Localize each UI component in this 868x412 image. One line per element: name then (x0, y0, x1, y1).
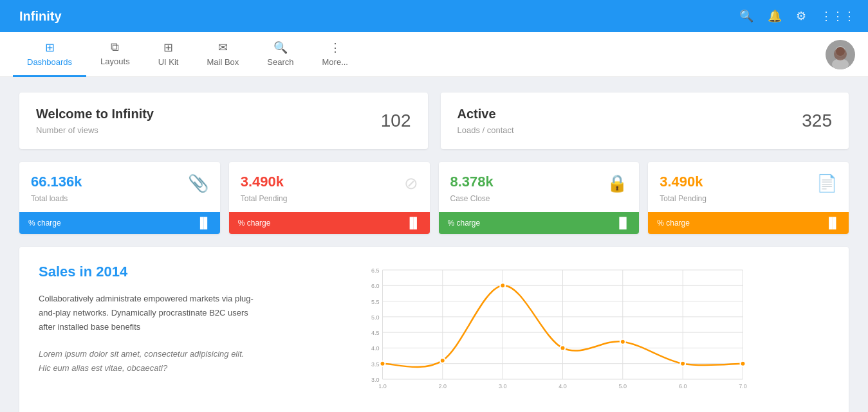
stat-card-footer-3[interactable]: % charge ▐▌ (648, 212, 849, 234)
chart-italic-text: Lorem ipsum dolor sit amet, consectetur … (39, 347, 257, 375)
bar-chart-icon-2: ▐▌ (616, 217, 631, 229)
stat-card-body-1: 3.490k Total Pending ⊘ (229, 162, 430, 212)
search-nav-icon: 🔍 (273, 40, 288, 55)
svg-text:6.5: 6.5 (371, 267, 380, 274)
chart-title: Sales in 2014 (39, 264, 257, 280)
stat-card-2: 8.378k Case Close 🔒 % charge ▐▌ (439, 162, 640, 234)
svg-text:4.0: 4.0 (371, 345, 380, 352)
dashboards-label: Dashboards (27, 57, 72, 67)
brand-name: Infinity (19, 9, 62, 24)
welcome-card-value: 102 (381, 111, 411, 131)
svg-point-41 (500, 283, 505, 288)
nav-item-dashboards[interactable]: ⊞ Dashboards (13, 32, 86, 77)
nav-item-layouts[interactable]: ⧉ Layouts (86, 32, 144, 77)
stat-card-label-0: Total loads (31, 194, 82, 203)
nav-item-more[interactable]: ⋮ More... (308, 32, 362, 77)
top-nav-right: 🔍 🔔 ⚙ ⋮⋮⋮ (739, 9, 855, 23)
svg-text:5.5: 5.5 (371, 299, 380, 305)
uikit-icon: ⊞ (163, 40, 173, 55)
active-card-subtitle: Loads / contact (457, 125, 514, 135)
stat-card-value-2: 8.378k (450, 174, 494, 190)
bell-icon[interactable]: 🔔 (768, 9, 782, 23)
svg-point-43 (620, 339, 625, 345)
stat-card-value-0: 66.136k (31, 174, 82, 190)
mailbox-icon: ✉ (218, 40, 228, 55)
stat-card-footer-label-0: % charge (28, 219, 61, 228)
stat-card-3: 3.490k Total Pending 📄 % charge ▐▌ (648, 162, 849, 234)
svg-text:5.0: 5.0 (371, 314, 380, 321)
svg-point-42 (560, 345, 566, 350)
stat-card-body-0: 66.136k Total loads 📎 (19, 162, 220, 212)
top-nav-left: Infinity (13, 9, 62, 24)
svg-text:4.5: 4.5 (371, 330, 380, 336)
svg-text:1.0: 1.0 (378, 383, 387, 390)
nav-item-search[interactable]: 🔍 Search (253, 32, 308, 77)
svg-text:3.0: 3.0 (499, 383, 507, 390)
chart-area: 3.03.54.04.55.05.56.06.5 1.02.03.04.05.0… (283, 264, 829, 401)
stat-card-footer-label-2: % charge (448, 219, 481, 228)
stat-card-1: 3.490k Total Pending ⊘ % charge ▐▌ (229, 162, 430, 234)
svg-text:3.0: 3.0 (371, 377, 380, 383)
stat-card-footer-2[interactable]: % charge ▐▌ (439, 212, 640, 234)
stat-card-footer-label-1: % charge (238, 219, 271, 228)
active-card-title: Active (457, 107, 514, 121)
top-nav: Infinity 🔍 🔔 ⚙ ⋮⋮⋮ (0, 0, 868, 32)
top-cards-row: Welcome to Infinity Number of views 102 … (19, 93, 849, 149)
svg-text:4.0: 4.0 (559, 383, 567, 390)
svg-text:6.0: 6.0 (371, 283, 380, 289)
main-content: Welcome to Infinity Number of views 102 … (0, 77, 868, 412)
active-card-value: 325 (802, 111, 832, 131)
stat-card-icon-2: 🔒 (607, 174, 627, 193)
chart-description: Collaboratively administrate empowered m… (39, 292, 257, 334)
stat-card-icon-3: 📄 (817, 174, 837, 193)
stat-card-icon-0: 📎 (188, 174, 208, 193)
search-label: Search (267, 57, 293, 67)
stat-card-footer-1[interactable]: % charge ▐▌ (229, 212, 430, 234)
stat-card-label-2: Case Close (450, 194, 494, 203)
svg-point-39 (380, 361, 385, 366)
stat-card-body-3: 3.490k Total Pending 📄 (648, 162, 849, 212)
stat-card-label-3: Total Pending (660, 194, 706, 203)
svg-point-8 (834, 48, 847, 60)
mailbox-label: Mail Box (207, 57, 239, 67)
welcome-card-left: Welcome to Infinity Number of views (36, 107, 154, 135)
layouts-label: Layouts (100, 57, 130, 66)
stat-card-value-3: 3.490k (660, 174, 706, 190)
welcome-card-subtitle: Number of views (36, 125, 154, 135)
welcome-card: Welcome to Infinity Number of views 102 (19, 93, 428, 149)
layouts-icon: ⧉ (111, 40, 119, 54)
user-avatar[interactable] (826, 40, 855, 69)
nav-item-uikit[interactable]: ⊞ UI Kit (144, 32, 193, 77)
stat-card-body-2: 8.378k Case Close 🔒 (439, 162, 640, 212)
sec-nav-items: ⊞ Dashboards ⧉ Layouts ⊞ UI Kit ✉ Mail B… (13, 32, 362, 77)
stat-card-0: 66.136k Total loads 📎 % charge ▐▌ (19, 162, 220, 234)
search-icon[interactable]: 🔍 (739, 9, 753, 23)
stat-card-footer-label-3: % charge (657, 219, 690, 228)
sec-nav: ⊞ Dashboards ⧉ Layouts ⊞ UI Kit ✉ Mail B… (0, 32, 868, 77)
more-icon: ⋮ (329, 40, 341, 55)
bar-chart-icon-3: ▐▌ (825, 217, 840, 229)
chart-text: Sales in 2014 Collaboratively administra… (39, 264, 257, 401)
welcome-card-title: Welcome to Infinity (36, 107, 154, 121)
stat-card-value-1: 3.490k (241, 174, 288, 190)
grid-icon[interactable]: ⋮⋮⋮ (820, 9, 855, 23)
stat-cards-row: 66.136k Total loads 📎 % charge ▐▌ 3.490k… (19, 162, 849, 234)
gear-icon[interactable]: ⚙ (796, 9, 806, 23)
svg-text:6.0: 6.0 (679, 383, 687, 390)
more-label: More... (322, 57, 348, 67)
uikit-label: UI Kit (158, 57, 179, 67)
bar-chart-icon-1: ▐▌ (406, 217, 421, 229)
dashboards-icon: ⊞ (45, 40, 55, 55)
svg-text:5.0: 5.0 (619, 383, 627, 390)
chart-card: Sales in 2014 Collaboratively administra… (19, 247, 849, 412)
nav-item-mailbox[interactable]: ✉ Mail Box (192, 32, 253, 77)
svg-text:7.0: 7.0 (739, 383, 747, 390)
stat-card-label-1: Total Pending (241, 194, 288, 203)
stat-card-icon-1: ⊘ (404, 174, 418, 193)
stat-card-footer-0[interactable]: % charge ▐▌ (19, 212, 220, 234)
line-chart-svg: 3.03.54.04.55.05.56.06.5 1.02.03.04.05.0… (283, 264, 829, 399)
svg-point-40 (440, 358, 445, 363)
active-card: Active Loads / contact 325 (441, 93, 849, 149)
svg-point-44 (680, 361, 685, 366)
svg-text:3.5: 3.5 (371, 361, 380, 368)
